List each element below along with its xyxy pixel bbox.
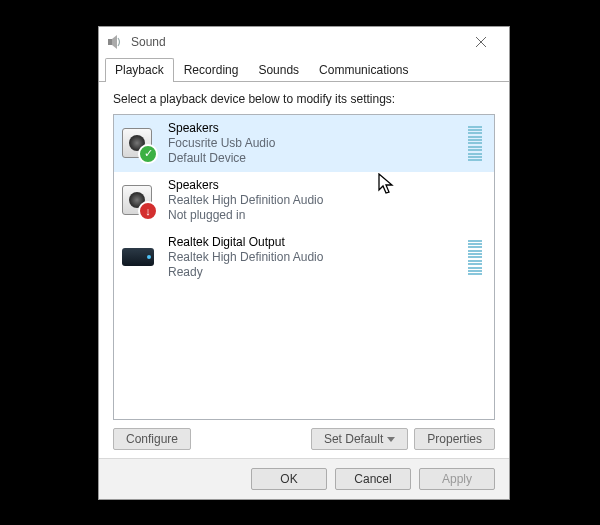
device-status: Default Device <box>168 151 468 166</box>
tab-label: Sounds <box>258 63 299 77</box>
device-text: Realtek Digital OutputRealtek High Defin… <box>168 235 468 280</box>
digital-output-icon <box>122 242 154 274</box>
error-icon: ↓ <box>138 201 158 221</box>
speaker-icon: ✓ <box>122 128 154 160</box>
device-driver: Focusrite Usb Audio <box>168 136 468 151</box>
dialog-button-row: OK Cancel Apply <box>99 458 509 499</box>
cancel-button[interactable]: Cancel <box>335 468 411 490</box>
level-meter <box>468 126 482 162</box>
tab-recording[interactable]: Recording <box>174 58 249 82</box>
device-text: SpeakersRealtek High Definition AudioNot… <box>168 178 482 223</box>
check-icon: ✓ <box>138 144 158 164</box>
svg-marker-1 <box>112 35 117 49</box>
sound-dialog: Sound Playback Recording Sounds Communic… <box>98 26 510 500</box>
device-item[interactable]: Realtek Digital OutputRealtek High Defin… <box>114 229 494 286</box>
tab-sounds[interactable]: Sounds <box>248 58 309 82</box>
tab-strip: Playback Recording Sounds Communications <box>99 57 509 82</box>
playback-device-list[interactable]: ✓SpeakersFocusrite Usb AudioDefault Devi… <box>113 114 495 420</box>
svg-rect-0 <box>108 39 112 45</box>
tab-label: Communications <box>319 63 408 77</box>
level-meter <box>468 240 482 276</box>
button-label: Apply <box>442 472 472 486</box>
device-text: SpeakersFocusrite Usb AudioDefault Devic… <box>168 121 468 166</box>
tab-label: Playback <box>115 63 164 77</box>
device-status: Ready <box>168 265 468 280</box>
tab-label: Recording <box>184 63 239 77</box>
button-label: OK <box>280 472 297 486</box>
title-text: Sound <box>131 35 166 49</box>
titlebar: Sound <box>99 27 509 57</box>
ok-button[interactable]: OK <box>251 468 327 490</box>
device-item[interactable]: ✓SpeakersFocusrite Usb AudioDefault Devi… <box>114 115 494 172</box>
speaker-icon: ↓ <box>122 185 154 217</box>
set-default-button[interactable]: Set Default <box>311 428 408 450</box>
configure-button[interactable]: Configure <box>113 428 191 450</box>
device-item[interactable]: ↓SpeakersRealtek High Definition AudioNo… <box>114 172 494 229</box>
device-driver: Realtek High Definition Audio <box>168 250 468 265</box>
tab-communications[interactable]: Communications <box>309 58 418 82</box>
close-button[interactable] <box>461 28 501 56</box>
device-status: Not plugged in <box>168 208 482 223</box>
device-action-row: Configure Set Default Properties <box>113 428 495 450</box>
button-label: Properties <box>427 432 482 446</box>
instruction-text: Select a playback device below to modify… <box>113 92 495 106</box>
device-name: Speakers <box>168 178 482 193</box>
properties-button[interactable]: Properties <box>414 428 495 450</box>
apply-button[interactable]: Apply <box>419 468 495 490</box>
device-name: Speakers <box>168 121 468 136</box>
button-label: Set Default <box>324 432 383 446</box>
device-driver: Realtek High Definition Audio <box>168 193 482 208</box>
sound-app-icon <box>107 34 123 50</box>
device-name: Realtek Digital Output <box>168 235 468 250</box>
chevron-down-icon <box>387 437 395 442</box>
tab-content: Select a playback device below to modify… <box>99 82 509 458</box>
button-label: Configure <box>126 432 178 446</box>
button-label: Cancel <box>354 472 391 486</box>
tab-playback[interactable]: Playback <box>105 58 174 82</box>
